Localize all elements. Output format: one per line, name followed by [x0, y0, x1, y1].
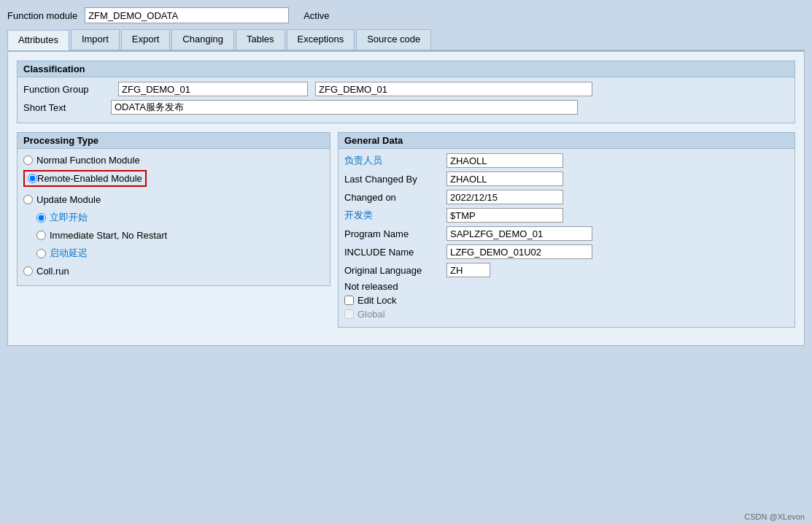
checkbox-global-label: Global: [357, 309, 385, 320]
gen-origlang-label: Original Language: [344, 265, 446, 276]
checkbox-global[interactable]: [344, 309, 354, 319]
checkbox-global-row: Global: [344, 309, 789, 320]
classification-section: Classification Function Group Short Text: [17, 61, 795, 123]
gen-programname-label: Program Name: [344, 228, 446, 239]
radio-update-input[interactable]: [23, 195, 33, 204]
radio-collrun: Coll.run: [23, 264, 324, 278]
radio-remote-input[interactable]: [28, 174, 37, 183]
radio-liji: 立即开始: [36, 209, 324, 226]
checkbox-editlock-row: Edit Lock: [344, 295, 789, 306]
function-group-input2[interactable]: [315, 82, 592, 96]
gen-origlang-row: Original Language: [344, 263, 789, 277]
gen-changedon-row: Changed on: [344, 190, 789, 204]
radio-immediate: Immediate Start, No Restart: [36, 228, 324, 242]
gen-lastchanged-row: Last Changed By: [344, 172, 789, 186]
gen-kaifa-input[interactable]: [446, 208, 563, 223]
footer: CSDN @XLevon: [744, 512, 805, 521]
radio-remote-container: Remote-Enabled Module: [23, 170, 324, 190]
gen-programname-row: Program Name: [344, 226, 789, 241]
classification-body: Function Group Short Text: [18, 77, 794, 123]
content-area: Classification Function Group Short Text: [7, 51, 805, 346]
gen-kaifa-row: 开发类: [344, 208, 789, 223]
gen-changedon-label: Changed on: [344, 192, 446, 203]
not-released-text: Not released: [344, 281, 789, 292]
short-text-label: Short Text: [23, 102, 111, 113]
gen-origlang-input[interactable]: [446, 263, 490, 277]
classification-header: Classification: [18, 61, 794, 77]
header-row: Function module Active: [7, 7, 805, 23]
tab-exceptions[interactable]: Exceptions: [287, 29, 355, 50]
function-group-label: Function Group: [23, 84, 111, 95]
module-label: Function module: [7, 10, 77, 21]
radio-qidong-label: 启动延迟: [50, 247, 88, 260]
radio-liji-input[interactable]: [36, 213, 46, 223]
processing-type-header: Processing Type: [18, 133, 330, 149]
checkbox-editlock-label: Edit Lock: [357, 295, 396, 306]
radio-immediate-input[interactable]: [36, 231, 46, 240]
tab-attributes[interactable]: Attributes: [7, 30, 69, 50]
general-data-section: General Data 负责人员 Last Changed By: [338, 132, 795, 336]
gen-includename-label: INCLUDE Name: [344, 247, 446, 258]
tabs-bar: Attributes Import Export Changing Tables…: [7, 29, 805, 51]
gen-fuzeren-label: 负责人员: [344, 154, 446, 167]
gen-fuzeren-row: 负责人员: [344, 153, 789, 168]
radio-collrun-input[interactable]: [23, 266, 33, 276]
module-input[interactable]: [85, 7, 289, 23]
gen-kaifa-label: 开发类: [344, 209, 446, 222]
radio-update: Update Module: [23, 193, 324, 207]
processing-section-box: Processing Type Normal Function Module R…: [17, 132, 330, 286]
radio-remote-highlighted: Remote-Enabled Module: [23, 170, 147, 187]
radio-immediate-label: Immediate Start, No Restart: [50, 230, 167, 241]
gen-programname-input[interactable]: [446, 226, 592, 241]
radio-liji-label: 立即开始: [50, 211, 88, 224]
radio-qidong-input[interactable]: [36, 249, 46, 258]
general-section-box: General Data 负责人员 Last Changed By: [338, 132, 795, 328]
gen-fuzeren-input[interactable]: [446, 153, 563, 168]
tab-changing[interactable]: Changing: [171, 29, 234, 50]
gen-lastchanged-label: Last Changed By: [344, 174, 446, 185]
checkbox-editlock[interactable]: [344, 296, 354, 305]
function-group-row: Function Group: [23, 82, 789, 96]
two-col-layout: Processing Type Normal Function Module R…: [17, 132, 795, 336]
short-text-input[interactable]: [111, 100, 578, 115]
gen-includename-input[interactable]: [446, 244, 592, 259]
status-badge: Active: [303, 10, 329, 21]
radio-normal: Normal Function Module: [23, 153, 324, 167]
processing-type-section: Processing Type Normal Function Module R…: [17, 132, 330, 336]
radio-normal-input[interactable]: [23, 155, 33, 165]
tab-source-code[interactable]: Source code: [356, 29, 431, 50]
radio-qidong: 启动延迟: [36, 245, 324, 261]
radio-normal-label: Normal Function Module: [36, 155, 140, 166]
general-data-header: General Data: [339, 133, 794, 149]
gen-lastchanged-input[interactable]: [446, 172, 563, 186]
tab-tables[interactable]: Tables: [236, 29, 285, 50]
radio-remote-label: Remote-Enabled Module: [37, 173, 142, 184]
function-group-input1[interactable]: [118, 82, 308, 96]
radio-collrun-label: Coll.run: [36, 266, 69, 277]
main-container: Function module Active Attributes Import…: [0, 0, 812, 524]
radio-update-label: Update Module: [36, 194, 101, 205]
tab-export[interactable]: Export: [121, 29, 171, 50]
general-data-body: 负责人员 Last Changed By Changed on: [339, 149, 794, 327]
processing-type-body: Normal Function Module Remote-Enabled Mo…: [18, 149, 330, 285]
gen-changedon-input[interactable]: [446, 190, 563, 204]
short-text-row: Short Text: [23, 100, 789, 115]
gen-includename-row: INCLUDE Name: [344, 244, 789, 259]
tab-import[interactable]: Import: [71, 29, 120, 50]
